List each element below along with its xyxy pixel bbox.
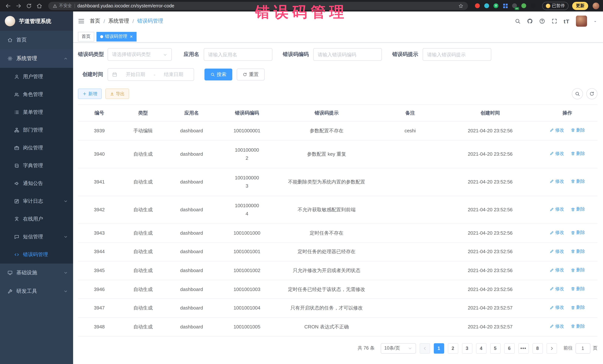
browser-home-button[interactable] [35,1,44,10]
browser-update-button[interactable]: 更新 [572,2,588,10]
sidebar: 芋道管理系统 首页 系统管理 用户管理 角色管理 菜单管理 [0,11,73,364]
sidebar-item-error-code-management[interactable]: 错误码管理 [0,246,73,264]
sidebar-item-home[interactable]: 首页 [0,31,73,49]
delete-link[interactable]: 删除 [570,248,585,254]
pencil-icon [550,128,554,132]
delete-link[interactable]: 删除 [570,305,585,311]
bookmark-star-icon[interactable] [458,3,463,9]
browser-profile-avatar[interactable] [593,2,599,9]
delete-link[interactable]: 删除 [570,151,585,157]
error-code-input[interactable] [313,48,382,61]
edit-link[interactable]: 修改 [550,151,564,157]
sidebar-item-sms-management[interactable]: 短信管理 [0,228,73,246]
app-name-input[interactable] [204,48,272,61]
tab-home[interactable]: 首页 [78,32,94,41]
close-tab-icon[interactable]: × [130,34,133,39]
filter-error-type: 错误码类型 请选择错误码类型 [78,48,172,61]
page-button-2[interactable]: 2 [448,343,458,353]
check-extension-icon[interactable]: V [493,3,499,9]
avatar-caret-icon[interactable] [593,18,597,24]
browser-forward-button[interactable] [14,1,23,10]
delete-link[interactable]: 删除 [570,323,585,330]
switch-extension-icon[interactable]: on [511,3,517,9]
reset-button[interactable]: 重置 [237,69,265,80]
help-icon[interactable] [539,18,545,24]
sidebar-item-dict-management[interactable]: 字典管理 [0,157,73,175]
delete-link[interactable]: 删除 [570,127,585,133]
delete-link[interactable]: 删除 [570,230,585,236]
edit-link[interactable]: 修改 [550,323,564,330]
grid-extension-icon[interactable] [502,3,508,9]
cell-error-message: 不能删除类型为系统内置的参数配置 [276,168,377,196]
record-extension-icon[interactable] [475,3,480,9]
error-message-input[interactable] [423,48,491,61]
paused-badge[interactable]: 已暂停 [542,2,568,10]
page-button-5[interactable]: 5 [490,343,500,353]
sidebar-item-user-management[interactable]: 用户管理 [0,68,73,86]
add-button[interactable]: 新增 [78,88,102,99]
table-row: 3942 自动生成 dashboard 1001000004 不允许获取敏感配置… [78,196,597,224]
sidebar-item-system-management[interactable]: 系统管理 [0,49,73,68]
page-button-8[interactable]: 8 [532,343,543,353]
pin-extension-icon[interactable] [530,3,536,9]
next-page-button[interactable] [546,343,557,353]
delete-link[interactable]: 删除 [570,178,585,185]
browser-back-button[interactable] [4,1,13,10]
edit-link[interactable]: 修改 [550,305,564,311]
col-error-message: 错误码提示 [276,105,377,121]
breadcrumb-home[interactable]: 首页 [90,18,100,24]
edit-link[interactable]: 修改 [550,178,564,185]
leaf-extension-icon[interactable] [521,3,527,9]
page-button-6[interactable]: 6 [504,343,514,353]
github-icon[interactable] [527,18,533,24]
sidebar-toggle-button[interactable] [78,18,85,24]
sidebar-item-infrastructure[interactable]: 基础设施 [0,264,73,282]
code-icon [14,252,19,257]
sidebar-item-audit-log[interactable]: 审计日志 [0,192,73,210]
edit-link[interactable]: 修改 [550,286,564,292]
page-size-select[interactable]: 10条/页 [381,343,416,353]
edit-link[interactable]: 修改 [550,230,564,236]
page-more-button[interactable]: ••• [518,343,529,353]
delete-link[interactable]: 删除 [570,267,585,273]
browser-reload-button[interactable] [24,1,33,10]
delete-link[interactable]: 删除 [570,286,585,292]
error-type-select[interactable]: 请选择错误码类型 [108,48,172,61]
page-content: 错误码类型 请选择错误码类型 应用名 错误码编码 [73,43,603,364]
sidebar-item-menu-management[interactable]: 菜单管理 [0,103,73,121]
sidebar-item-notice-management[interactable]: 通知公告 [0,175,73,192]
edit-link[interactable]: 修改 [550,248,564,254]
cell-app-name: dashboard [165,261,218,280]
security-status[interactable]: 不安全 [53,3,72,9]
tab-error-code-management[interactable]: 错误码管理 × [96,32,136,41]
sidebar-item-post-management[interactable]: 岗位管理 [0,139,73,157]
breadcrumb-system[interactable]: 系统管理 [108,18,129,24]
sidebar-item-role-management[interactable]: 角色管理 [0,86,73,103]
prev-page-button[interactable] [419,343,430,353]
sidebar-item-online-users[interactable]: 在线用户 [0,210,73,228]
delete-link[interactable]: 删除 [570,206,585,213]
table-row: 3946 自动生成 dashboard 1001001003 定时任务已经处于该… [78,280,597,299]
fullscreen-icon[interactable] [551,18,557,24]
cell-app-name: dashboard [165,299,218,318]
toggle-search-button[interactable] [572,88,583,99]
date-range-picker[interactable]: 开始日期 - 结束日期 [108,68,194,81]
edit-link[interactable]: 修改 [550,267,564,273]
edit-link[interactable]: 修改 [550,206,564,213]
search-icon[interactable] [515,18,521,24]
sidebar-item-dept-management[interactable]: 部门管理 [0,121,73,139]
table-row: 3947 自动生成 dashboard 1001001004 只有开启状态的任务… [78,299,597,318]
edit-link[interactable]: 修改 [550,127,564,133]
drop-extension-icon[interactable] [484,3,490,9]
sidebar-item-devtools[interactable]: 研发工具 [0,282,73,301]
goto-page-input[interactable] [575,343,590,353]
refresh-table-button[interactable] [586,88,597,99]
export-button[interactable]: 导出 [105,88,129,99]
user-avatar[interactable] [576,16,587,27]
page-button-3[interactable]: 3 [462,343,472,353]
page-button-1[interactable]: 1 [434,343,444,353]
search-button[interactable]: 搜索 [204,69,232,80]
address-bar[interactable]: 不安全 dashboard.yudao.iocoder.cn/system/er… [48,2,468,10]
page-button-4[interactable]: 4 [476,343,486,353]
font-size-icon[interactable]: tT [564,18,570,24]
